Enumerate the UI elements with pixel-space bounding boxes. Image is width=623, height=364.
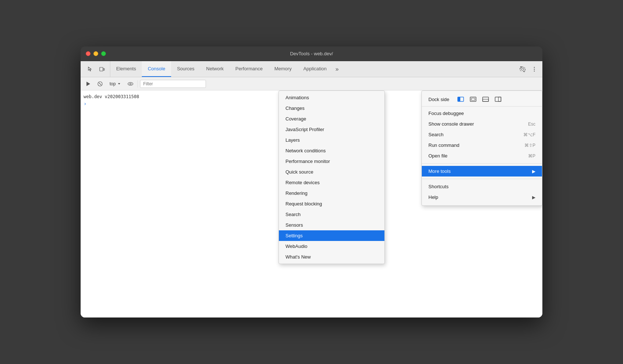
- tab-bar: Elements Console Sources Network Perform…: [81, 61, 542, 77]
- menu-shortcuts[interactable]: Shortcuts: [422, 181, 542, 192]
- main-menu-section-2: More tools ▶: [422, 164, 542, 178]
- main-tabs: Elements Console Sources Network Perform…: [110, 61, 515, 77]
- menu-item-sensors[interactable]: Sensors: [279, 220, 384, 230]
- menu-item-animations[interactable]: Animations: [279, 92, 384, 103]
- dock-left-icon[interactable]: [457, 95, 465, 103]
- menu-item-whats-new[interactable]: What's New: [279, 252, 384, 262]
- svg-point-9: [128, 82, 133, 85]
- svg-marker-8: [118, 83, 120, 85]
- tab-memory[interactable]: Memory: [269, 61, 298, 77]
- menu-show-console-drawer[interactable]: Show console drawer Esc: [422, 119, 542, 129]
- tab-elements[interactable]: Elements: [110, 61, 142, 77]
- minimize-button[interactable]: [93, 51, 98, 56]
- svg-rect-0: [100, 67, 103, 71]
- console-arrow[interactable]: ›: [84, 101, 86, 107]
- window-title: DevTools - web.dev/: [290, 51, 333, 56]
- menu-item-network-conditions[interactable]: Network conditions: [279, 145, 384, 156]
- traffic-lights: [86, 51, 106, 56]
- menu-divider-2: [422, 179, 542, 179]
- menu-run-command[interactable]: Run command ⌘⇧P: [422, 140, 542, 151]
- dock-undock-icon[interactable]: [469, 95, 477, 103]
- tab-performance[interactable]: Performance: [229, 61, 268, 77]
- menu-item-remote-devices[interactable]: Remote devices: [279, 177, 384, 188]
- svg-marker-5: [86, 82, 90, 86]
- menu-item-rendering[interactable]: Rendering: [279, 188, 384, 198]
- menu-item-webaudio[interactable]: WebAudio: [279, 241, 384, 252]
- play-icon[interactable]: [84, 79, 93, 89]
- dock-bottom-icon[interactable]: [482, 95, 490, 103]
- more-tools-submenu: Animations Changes Coverage JavaScript P…: [279, 90, 385, 264]
- main-context-menu: Dock side: [421, 90, 542, 206]
- console-toolbar: top: [81, 77, 542, 90]
- tab-console[interactable]: Console: [142, 61, 171, 77]
- tab-right-actions: [515, 61, 542, 77]
- filter-input[interactable]: [140, 80, 206, 88]
- eye-icon[interactable]: [126, 79, 135, 89]
- tab-icons: [82, 61, 110, 77]
- tab-network[interactable]: Network: [200, 61, 230, 77]
- menu-divider-1: [422, 163, 542, 164]
- dock-side-section: Dock side: [422, 92, 542, 107]
- svg-point-10: [130, 83, 131, 85]
- close-button[interactable]: [86, 51, 91, 56]
- svg-rect-16: [483, 99, 489, 101]
- title-bar: DevTools - web.dev/: [81, 47, 542, 61]
- devtools-window: DevTools - web.dev/: [81, 47, 542, 317]
- menu-item-perf-monitor[interactable]: Performance monitor: [279, 156, 384, 167]
- more-options-icon[interactable]: [529, 64, 539, 74]
- maximize-button[interactable]: [101, 51, 106, 56]
- devtools-panel: Elements Console Sources Network Perform…: [81, 61, 542, 317]
- dock-side-label: Dock side: [428, 97, 449, 102]
- svg-rect-12: [458, 97, 460, 101]
- menu-item-search[interactable]: Search: [279, 209, 384, 220]
- menu-more-tools[interactable]: More tools ▶: [422, 166, 542, 177]
- menu-item-layers[interactable]: Layers: [279, 135, 384, 145]
- svg-point-4: [534, 70, 535, 71]
- svg-rect-17: [495, 97, 501, 101]
- main-menu-section-1: Focus debuggee Show console drawer Esc S…: [422, 107, 542, 163]
- menu-item-js-profiler[interactable]: JavaScript Profiler: [279, 124, 384, 135]
- tab-sources[interactable]: Sources: [171, 61, 200, 77]
- menu-item-changes[interactable]: Changes: [279, 103, 384, 114]
- console-main: web.dev v202003311508 › Animations Chang…: [81, 90, 542, 317]
- tab-application[interactable]: Application: [298, 61, 333, 77]
- menu-item-settings[interactable]: Settings: [279, 230, 384, 241]
- svg-rect-14: [471, 98, 475, 100]
- menu-search[interactable]: Search ⌘⌥F: [422, 129, 542, 140]
- svg-point-2: [534, 67, 535, 68]
- svg-rect-18: [498, 97, 501, 101]
- menu-item-coverage[interactable]: Coverage: [279, 114, 384, 124]
- clear-icon[interactable]: [95, 79, 105, 89]
- settings-icon[interactable]: [517, 64, 528, 74]
- menu-item-request-blocking[interactable]: Request blocking: [279, 198, 384, 209]
- menu-open-file[interactable]: Open file ⌘P: [422, 151, 542, 161]
- console-text: web.dev v202003311508: [84, 94, 139, 99]
- main-menu-section-3: Shortcuts Help ▶: [422, 180, 542, 204]
- inspect-element-icon[interactable]: [85, 64, 95, 74]
- menu-focus-debuggee[interactable]: Focus debuggee: [422, 108, 542, 119]
- toolbar-divider: [137, 80, 138, 88]
- menu-item-quick-source[interactable]: Quick source: [279, 167, 384, 177]
- dock-right-icon[interactable]: [494, 95, 502, 103]
- tab-overflow-button[interactable]: »: [332, 61, 342, 77]
- svg-rect-1: [103, 68, 104, 70]
- context-selector[interactable]: top: [107, 80, 124, 88]
- menu-help[interactable]: Help ▶: [422, 192, 542, 203]
- device-toggle-icon[interactable]: [97, 64, 107, 74]
- svg-point-3: [534, 68, 535, 70]
- svg-line-7: [99, 83, 101, 85]
